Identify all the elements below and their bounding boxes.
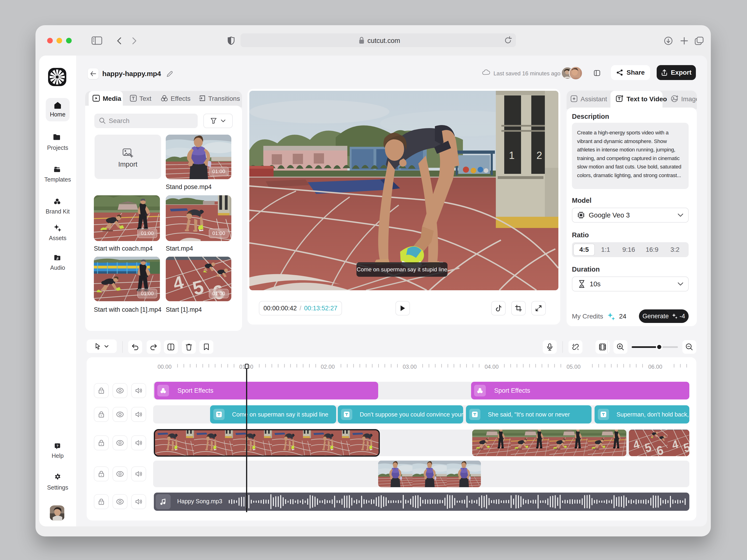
svg-text:2: 2: [536, 150, 542, 161]
svg-text:?: ?: [56, 444, 59, 448]
svg-text:1: 1: [509, 150, 515, 161]
